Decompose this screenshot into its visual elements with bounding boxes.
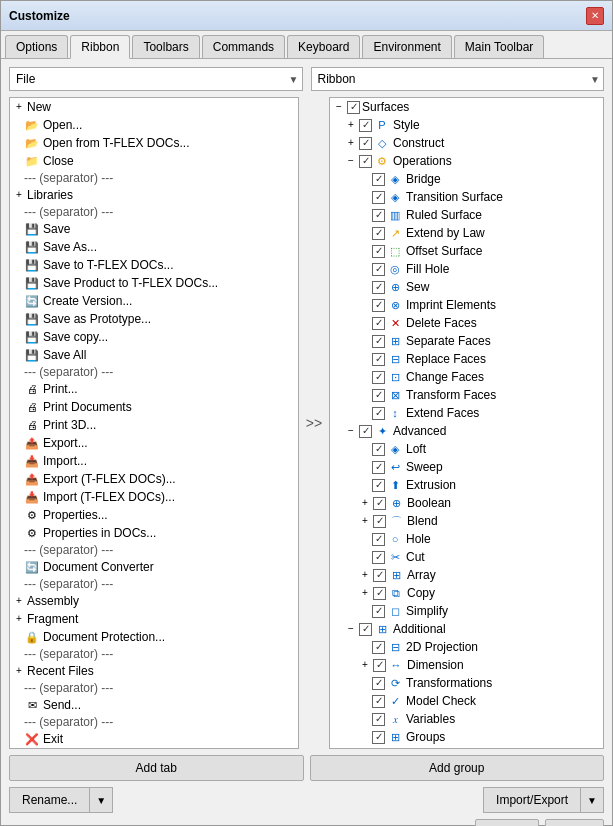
expand-icon[interactable]: + [12,612,26,626]
checkbox[interactable] [372,371,385,384]
checkbox[interactable] [372,191,385,204]
tree-row[interactable]: ⊕ Sew [330,278,603,296]
tree-row[interactable]: ↩ Sweep [330,458,603,476]
rename-dropdown-button[interactable]: ▼ [89,787,113,813]
tree-row[interactable]: ◎ Fill Hole [330,260,603,278]
tree-row[interactable]: ◻ Simplify [330,602,603,620]
tab-ribbon[interactable]: Ribbon [70,35,130,59]
checkbox[interactable] [372,353,385,366]
checkbox[interactable] [372,533,385,546]
list-item[interactable]: + Fragment [10,610,298,628]
tree-row[interactable]: + ↔ Dimension [330,656,603,674]
list-item[interactable]: + Libraries [10,186,298,204]
tree-row[interactable]: ↕ Extend Faces [330,404,603,422]
checkbox[interactable] [372,281,385,294]
expand-icon[interactable]: + [358,514,372,528]
checkbox[interactable] [359,623,372,636]
list-item[interactable]: + Assembly [10,592,298,610]
tree-row[interactable]: ⊟ Replace Faces [330,350,603,368]
list-item[interactable]: 📤 Export... [10,434,298,452]
checkbox[interactable] [372,695,385,708]
tab-keyboard[interactable]: Keyboard [287,35,360,58]
list-item[interactable]: 💾 Save All [10,346,298,364]
add-to-ribbon-button[interactable]: >> [306,415,322,431]
checkbox[interactable] [372,641,385,654]
checkbox[interactable] [373,569,386,582]
checkbox[interactable] [359,425,372,438]
help-button[interactable]: Help [545,819,604,826]
list-item[interactable]: ⚙ Properties... [10,506,298,524]
expand-icon[interactable]: + [358,658,372,672]
tree-row[interactable]: 𝑥 Variables [330,710,603,728]
list-item[interactable]: 💾 Save Product to T-FLEX DOCs... [10,274,298,292]
tree-row[interactable]: ◈ Loft [330,440,603,458]
checkbox[interactable] [372,209,385,222]
list-item[interactable]: + Recent Files [10,662,298,680]
expand-icon[interactable]: + [344,118,358,132]
checkbox[interactable] [372,227,385,240]
checkbox[interactable] [373,587,386,600]
collapse-icon[interactable]: − [332,100,346,114]
tab-environment[interactable]: Environment [362,35,451,58]
tree-row[interactable]: ○ Hole [330,530,603,548]
tree-row[interactable]: ↗ Extend by Law [330,224,603,242]
list-item[interactable]: 🔄 Document Converter [10,558,298,576]
checkbox[interactable] [372,731,385,744]
checkbox[interactable] [372,407,385,420]
list-item[interactable]: 💾 Save as Prototype... [10,310,298,328]
expand-icon[interactable]: + [344,136,358,150]
list-item[interactable]: 💾 Save to T-FLEX DOCs... [10,256,298,274]
tree-row[interactable]: + ⊞ Array [330,566,603,584]
checkbox[interactable] [373,515,386,528]
checkbox[interactable] [372,551,385,564]
rename-button[interactable]: Rename... [9,787,89,813]
checkbox[interactable] [359,155,372,168]
list-item[interactable]: 💾 Save copy... [10,328,298,346]
checkbox[interactable] [372,317,385,330]
list-item[interactable]: 📤 Export (T-FLEX DOCs)... [10,470,298,488]
right-dropdown[interactable]: Ribbon [311,67,605,91]
list-item[interactable]: ✉ Send... [10,696,298,714]
import-export-button[interactable]: Import/Export [483,787,580,813]
list-item[interactable]: ⚙ Properties in DOCs... [10,524,298,542]
checkbox[interactable] [372,245,385,258]
checkbox[interactable] [372,389,385,402]
tab-main-toolbar[interactable]: Main Toolbar [454,35,544,58]
left-dropdown[interactable]: File [9,67,303,91]
checkbox[interactable] [372,605,385,618]
list-item[interactable]: 💾 Save [10,220,298,238]
list-item[interactable]: 📂 Open from T-FLEX DOCs... [10,134,298,152]
list-item[interactable]: 🖨 Print 3D... [10,416,298,434]
expand-icon[interactable]: + [12,100,26,114]
close-button[interactable]: ✕ [586,7,604,25]
checkbox[interactable] [372,713,385,726]
list-item[interactable]: 🔄 Create Version... [10,292,298,310]
checkbox[interactable] [372,677,385,690]
expand-icon[interactable]: + [358,496,372,510]
checkbox[interactable] [372,299,385,312]
tree-row[interactable]: ✂ Cut [330,548,603,566]
tree-row[interactable]: ⊞ Groups [330,728,603,746]
list-item[interactable]: 📥 Import... [10,452,298,470]
list-item[interactable]: ❌ Exit [10,730,298,748]
tab-options[interactable]: Options [5,35,68,58]
tree-row[interactable]: ⬚ Offset Surface [330,242,603,260]
tree-row[interactable]: ⟳ Transformations [330,674,603,692]
tree-row[interactable]: ✕ Delete Faces [330,314,603,332]
checkbox[interactable] [372,335,385,348]
checkbox[interactable] [359,119,372,132]
checkbox[interactable] [372,479,385,492]
expand-icon[interactable]: + [358,568,372,582]
tree-row[interactable]: − ✦ Advanced [330,422,603,440]
collapse-icon[interactable]: − [344,154,358,168]
add-tab-button[interactable]: Add tab [9,755,304,781]
expand-icon[interactable]: + [12,594,26,608]
collapse-icon[interactable]: − [344,424,358,438]
checkbox[interactable] [372,173,385,186]
tree-row[interactable]: ⊡ Change Faces [330,368,603,386]
tree-row[interactable]: − ⊞ Additional [330,620,603,638]
list-item[interactable]: 🔒 Document Protection... [10,628,298,646]
tree-row[interactable]: ◈ Transition Surface [330,188,603,206]
list-item[interactable]: + New [10,98,298,116]
import-export-dropdown-button[interactable]: ▼ [580,787,604,813]
